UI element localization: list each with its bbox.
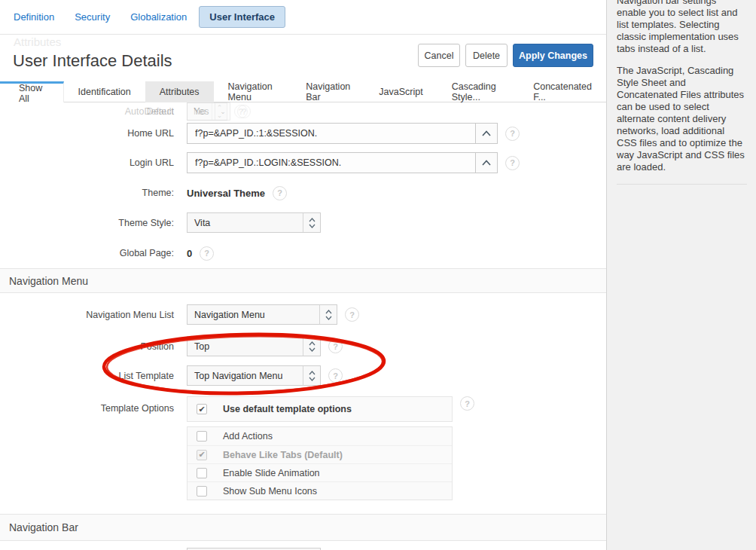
sidebar-divider <box>617 184 747 185</box>
spinner-icon <box>319 305 337 324</box>
checkbox-checked-icon[interactable]: ✔ <box>197 404 207 414</box>
help-icon[interactable]: ? <box>273 186 287 200</box>
subtab-javascript[interactable]: JavaScript <box>364 81 437 102</box>
checkbox-icon[interactable] <box>197 486 207 497</box>
help-icon[interactable]: ? <box>460 396 474 411</box>
help-icon[interactable]: ? <box>505 156 520 170</box>
dialog-header: Attributes User Interface Details Cancel… <box>0 35 606 81</box>
template-options-list-box: Add Actions ✔ Behave Like Tabs (Default)… <box>187 426 453 500</box>
page: Definition Security Globalization User I… <box>0 0 756 550</box>
navigation-menu-list-label: Navigation Menu List <box>0 310 187 320</box>
spinner-icon: ⌄ <box>215 103 230 120</box>
tab-globalization[interactable]: Globalization <box>130 11 187 23</box>
checkbox-disabled-checked-icon: ✔ <box>197 450 207 460</box>
help-sidebar: Navigation bar settings enable you to se… <box>606 0 756 550</box>
theme-style-row: Theme Style: Vita <box>0 212 606 233</box>
help-icon[interactable]: ? <box>328 339 343 353</box>
theme-value: Universal Theme <box>187 188 265 199</box>
section-navigation-menu-title: Navigation Menu <box>9 275 88 287</box>
position-row: Position Top ? <box>0 336 606 356</box>
delete-button[interactable]: Delete <box>465 44 508 67</box>
help-icon: ? <box>234 105 248 118</box>
option-add-actions[interactable]: Add Actions <box>187 427 452 445</box>
ghost-auto-detect-label: Auto Detect <box>0 106 187 117</box>
app-tab-bar: Definition Security Globalization User I… <box>0 0 606 35</box>
help-icon[interactable]: ? <box>505 127 520 141</box>
ghost-default-label: Default <box>0 106 187 117</box>
option-show-sub-menu-icons[interactable]: Show Sub Menu Icons <box>187 481 452 500</box>
chevron-up-icon[interactable] <box>475 152 498 173</box>
help-paragraph: Navigation bar settings enable you to se… <box>617 0 747 55</box>
home-url-row: Home URL ? <box>0 123 606 144</box>
global-page-row: Global Page: 0 ? <box>0 246 606 261</box>
home-url-label: Home URL <box>0 128 187 139</box>
global-page-value: 0 <box>187 248 192 259</box>
page-title: User Interface Details <box>13 51 172 71</box>
ghost-row-auto-detect: Auto Detect No ⌃⌄ ? <box>0 102 248 121</box>
main-column: Definition Security Globalization User I… <box>0 0 606 550</box>
option-enable-slide-animation[interactable]: Enable Slide Animation <box>187 463 452 481</box>
section-navigation-menu: Navigation Menu <box>0 268 606 293</box>
theme-label: Theme: <box>0 188 187 198</box>
ghost-row-default: Default Yes ⌄ ? <box>0 102 606 121</box>
login-url-row: Login URL ? <box>0 152 606 173</box>
theme-style-label: Theme Style: <box>0 218 187 228</box>
template-options-row: Template Options ✔ Use default template … <box>0 396 606 422</box>
help-icon[interactable]: ? <box>200 246 214 261</box>
checkbox-icon[interactable] <box>197 468 207 478</box>
subtab-show-all[interactable]: Show All <box>0 81 64 102</box>
checkbox-icon[interactable] <box>197 431 207 442</box>
cancel-button[interactable]: Cancel <box>418 44 460 67</box>
home-url-input[interactable] <box>187 123 475 144</box>
help-icon: ? <box>237 105 251 118</box>
template-options-label: Template Options <box>0 396 187 414</box>
tab-definition[interactable]: Definition <box>14 11 54 23</box>
subtab-identification[interactable]: Identification <box>64 81 145 102</box>
section-navigation-bar: Navigation Bar <box>0 514 606 541</box>
navigation-menu-list-select[interactable]: Navigation Menu <box>187 304 337 325</box>
list-template-label: List Template <box>0 371 187 381</box>
list-template-row: List Template Top Navigation Menu ? <box>0 365 606 386</box>
template-options-primary-box: ✔ Use default template options <box>187 396 453 422</box>
option-behave-like-tabs[interactable]: ✔ Behave Like Tabs (Default) <box>187 445 452 463</box>
spinner-icon <box>303 366 320 385</box>
dialog-buttons: Cancel Delete Apply Changes <box>413 44 593 67</box>
ghost-default-select: Yes ⌄ <box>187 102 230 121</box>
subtab-cascading-style[interactable]: Cascading Style... <box>437 81 520 102</box>
tab-security[interactable]: Security <box>75 11 110 23</box>
navigation-menu-list-row: Navigation Menu List Navigation Menu ? <box>0 304 606 325</box>
subtab-navigation-bar[interactable]: Navigation Bar <box>291 81 364 102</box>
spinner-icon: ⌃⌄ <box>212 103 227 120</box>
theme-style-select[interactable]: Vita <box>187 212 321 233</box>
chevron-up-icon[interactable] <box>475 123 498 144</box>
tab-user-interface[interactable]: User Interface <box>199 6 285 28</box>
login-url-label: Login URL <box>0 157 187 168</box>
position-select[interactable]: Top <box>187 336 321 356</box>
apply-changes-button[interactable]: Apply Changes <box>513 44 593 67</box>
spinner-icon <box>303 337 320 356</box>
login-url-input[interactable] <box>187 152 475 173</box>
position-label: Position <box>0 341 187 352</box>
help-icon[interactable]: ? <box>328 368 343 383</box>
subtab-attributes[interactable]: Attributes <box>145 81 214 102</box>
help-paragraph: The JavaScript, Cascading Style Sheet an… <box>617 65 747 173</box>
spinner-icon <box>303 213 320 232</box>
subtab-bar: Show All Identification Attributes Navig… <box>0 81 606 102</box>
theme-row: Theme: Universal Theme ? <box>0 185 606 200</box>
ghost-section-label: Attributes <box>14 35 61 48</box>
ghost-auto-detect-select: No ⌃⌄ <box>187 102 227 121</box>
global-page-label: Global Page: <box>0 248 187 258</box>
template-options-list-row: Add Actions ✔ Behave Like Tabs (Default)… <box>0 426 606 500</box>
section-navigation-bar-title: Navigation Bar <box>9 521 78 533</box>
help-icon[interactable]: ? <box>345 307 359 322</box>
list-template-select[interactable]: Top Navigation Menu <box>187 365 321 386</box>
option-use-default[interactable]: ✔ Use default template options <box>187 397 452 421</box>
subtab-navigation-menu[interactable]: Navigation Menu <box>214 81 292 102</box>
subtab-concatenated-files[interactable]: Concatenated F... <box>519 81 606 102</box>
